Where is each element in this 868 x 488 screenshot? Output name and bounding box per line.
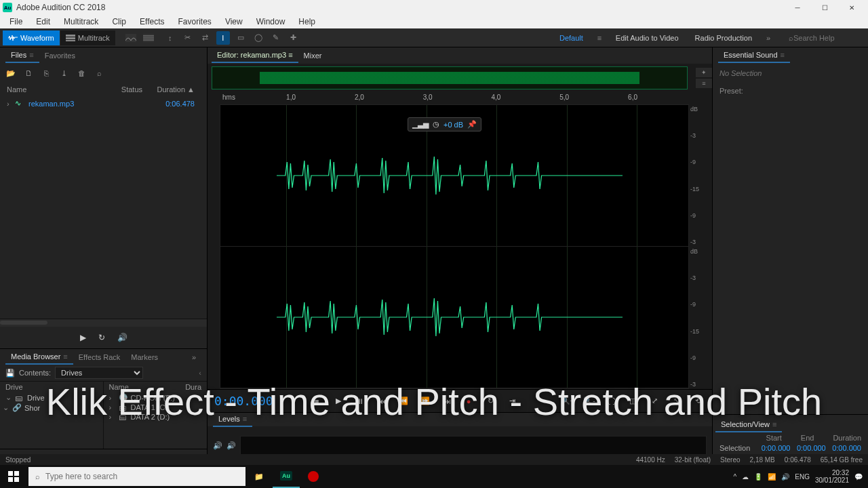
workspace-default[interactable]: Default — [553, 32, 590, 44]
tree-row[interactable]: ›💿CD-ROM (F:) — [104, 392, 208, 403]
tray-battery-icon[interactable]: 🔋 — [754, 473, 762, 481]
minimize-button[interactable]: ─ — [784, 0, 811, 15]
sel-start[interactable]: 0:00.000 — [755, 444, 790, 452]
preview-play-icon[interactable]: ▶ — [80, 333, 86, 342]
tab-media-browser[interactable]: Media Browser≡ — [5, 350, 73, 365]
tab-favorites[interactable]: Favorites — [39, 49, 81, 62]
col-name2[interactable]: Name — [109, 383, 186, 391]
tab-selection-view[interactable]: Selection/View≡ — [715, 418, 782, 432]
tree-row[interactable]: ›🖴DATA 1 (C:) — [104, 403, 208, 412]
maximize-button[interactable]: ☐ — [811, 0, 838, 15]
files-scrollbar[interactable] — [0, 319, 207, 327]
preview-autoplay-icon[interactable]: 🔊 — [117, 333, 127, 342]
time-select-tool-icon[interactable]: I — [216, 31, 230, 45]
heal-tool-icon[interactable]: ✚ — [287, 31, 300, 45]
waveform-canvas[interactable]: 🎧 ▁▃▅ ◷ +0 dB 📌 L R — [220, 104, 689, 389]
tab-levels[interactable]: Levels≡ — [213, 412, 252, 427]
drive-icon[interactable]: 💾 — [5, 369, 15, 378]
search-files-icon[interactable]: ⌕ — [94, 68, 104, 79]
editor-menu-icon[interactable]: ≡ — [288, 51, 292, 59]
task-explorer-icon[interactable]: 📁 — [245, 465, 273, 488]
levels-left-icon[interactable]: 🔊 — [213, 441, 222, 450]
workspace-overflow-icon[interactable]: » — [762, 31, 775, 45]
play-button[interactable]: ▶ — [331, 394, 346, 409]
spectral-pitch-icon[interactable] — [142, 31, 155, 45]
zoom-out-icon[interactable]: 🔍- — [582, 394, 597, 409]
workspace-menu-icon[interactable]: ≡ — [593, 31, 606, 45]
tab-editor[interactable]: Editor: rekaman.mp3 ≡ — [212, 48, 298, 63]
tray-notifications-icon[interactable]: 💬 — [854, 473, 863, 481]
delete-icon[interactable]: 🗑 — [76, 68, 87, 79]
razor-tool-icon[interactable]: ✂ — [181, 31, 195, 45]
tray-onedrive-icon[interactable]: ☁ — [742, 473, 749, 481]
menu-effects[interactable]: Effects — [133, 16, 171, 28]
workspace-edit-av[interactable]: Edit Audio to Video — [609, 32, 686, 44]
levels-right-icon[interactable]: 🔊 — [226, 441, 236, 450]
move-tool-icon[interactable]: ↕ — [163, 31, 177, 45]
col-duration[interactable]: Duration ▲ — [142, 85, 200, 94]
zoom-full-icon[interactable]: ⛶ — [604, 394, 618, 409]
hud-pin-icon[interactable]: 📌 — [467, 120, 477, 129]
level-meter[interactable]: dB -57-54-51-48-45-42-39-36-33-30-27-24-… — [240, 436, 707, 456]
col-status[interactable]: Status — [108, 85, 142, 94]
help-search-input[interactable] — [793, 34, 861, 42]
tray-clock[interactable]: 20:32 30/01/2021 — [815, 469, 849, 484]
end-button[interactable]: ⏭ — [439, 394, 454, 409]
tab-essential-sound[interactable]: Essential Sound≡ — [718, 48, 790, 63]
overview-wave-icon[interactable]: ≡ — [696, 79, 712, 88]
sel-dur[interactable]: 0:00.000 — [826, 444, 861, 452]
panel-overflow-icon[interactable]: » — [186, 350, 201, 364]
skip-button[interactable]: ⇥ — [505, 394, 519, 409]
pause-button[interactable]: ⏸ — [353, 394, 368, 409]
spectral-freq-icon[interactable] — [124, 31, 138, 45]
open-file-icon[interactable]: 📂 — [5, 68, 16, 79]
zoom-sel-icon[interactable]: ◫ — [625, 394, 640, 409]
import-icon[interactable]: ⎘ — [41, 68, 52, 79]
slip-tool-icon[interactable]: ⇄ — [199, 31, 212, 45]
taskbar-search[interactable]: ⌕ — [28, 467, 245, 486]
menu-view[interactable]: View — [218, 16, 250, 28]
lasso-tool-icon[interactable]: ◯ — [252, 31, 265, 45]
files-menu-icon[interactable]: ≡ — [29, 51, 33, 59]
col-dura[interactable]: Dura — [185, 383, 201, 391]
marquee-tool-icon[interactable]: ▭ — [234, 31, 248, 45]
menu-favorites[interactable]: Favorites — [172, 16, 218, 28]
stop-button[interactable]: ■ — [309, 394, 324, 409]
tray-lang[interactable]: ENG — [795, 473, 810, 481]
overview-freq-icon[interactable]: ✦ — [696, 68, 712, 77]
start-button[interactable] — [0, 465, 27, 488]
tab-markers[interactable]: Markers — [125, 350, 163, 364]
menu-file[interactable]: File — [3, 16, 29, 28]
record-button[interactable]: ● — [461, 394, 476, 409]
tab-files[interactable]: Files≡ — [5, 48, 39, 63]
tree-shortcut-row[interactable]: ⌄🔗Shor — [0, 403, 103, 413]
zoom-in-time-icon[interactable]: ⤢ — [647, 394, 662, 409]
contents-select[interactable]: Drives — [55, 367, 143, 379]
loop-button[interactable]: ↻ — [483, 394, 498, 409]
preview-loop-icon[interactable]: ↻ — [98, 333, 105, 342]
chevron-left-icon[interactable]: ‹ — [199, 369, 201, 377]
insert-icon[interactable]: ⤓ — [58, 68, 69, 79]
zoom-out-time-icon[interactable]: ⤡ — [669, 394, 684, 409]
col-drive[interactable]: Drive — [5, 383, 23, 391]
close-button[interactable]: ✕ — [838, 0, 865, 15]
taskbar-search-input[interactable] — [45, 472, 239, 481]
chevron-right-icon[interactable]: › — [7, 100, 15, 108]
menu-clip[interactable]: Clip — [105, 16, 133, 28]
timecode[interactable]: 0:00.000 — [214, 394, 309, 408]
zoom-in-icon[interactable]: 🔍+ — [560, 394, 575, 409]
help-search[interactable]: ⌕ — [785, 34, 865, 42]
task-record-icon[interactable] — [300, 465, 327, 488]
task-audition-icon[interactable]: Au — [273, 465, 300, 488]
menu-multitrack[interactable]: Multitrack — [57, 16, 105, 28]
rtz-button[interactable]: ⏮ — [374, 394, 389, 409]
overview-bar[interactable] — [212, 66, 688, 89]
tab-effects-rack[interactable]: Effects Rack — [73, 350, 126, 364]
tray-up-icon[interactable]: ^ — [734, 473, 737, 481]
waveform-mode-button[interactable]: Waveform — [3, 30, 60, 45]
ffwd-button[interactable]: ⏩ — [418, 394, 433, 409]
tree-drive-row[interactable]: ⌄🖴Drive — [0, 392, 103, 403]
multitrack-mode-button[interactable]: Multitrack — [60, 30, 115, 45]
tab-mixer[interactable]: Mixer — [298, 49, 328, 62]
menu-window[interactable]: Window — [250, 16, 292, 28]
